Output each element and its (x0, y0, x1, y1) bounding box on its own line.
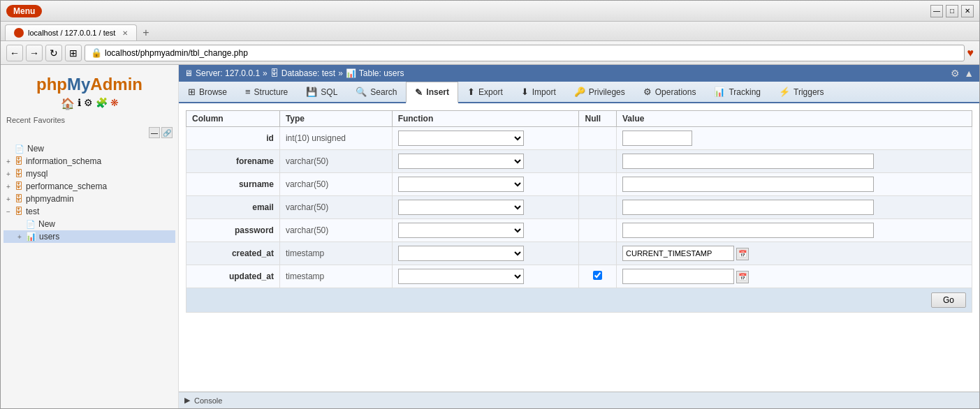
insert-table: Column Type Function Null Value id int(1… (186, 110, 972, 313)
value-input-surname[interactable] (622, 177, 874, 192)
row-value-id (617, 127, 972, 150)
value-input-updated-at[interactable] (622, 269, 734, 284)
panel-body: Column Type Function Null Value id int(1… (179, 103, 979, 392)
header-type: Type (279, 111, 392, 127)
row-null-updated-at[interactable] (579, 265, 617, 288)
value-input-password[interactable] (622, 223, 874, 238)
active-tab[interactable]: localhost / 127.0.0.1 / test ✕ (5, 24, 137, 40)
header-column: Column (187, 111, 280, 127)
row-column-email: email (187, 196, 280, 219)
row-type-email: varchar(50) (279, 196, 392, 219)
minimize-button[interactable]: — (930, 5, 943, 17)
expand-icon: + (6, 170, 15, 178)
tab-triggers[interactable]: ⚡ Triggers (770, 82, 833, 102)
export-tab-icon: ⬆ (467, 87, 475, 97)
sidebar-item-users[interactable]: + 📊 users (3, 230, 175, 243)
logo-icons: 🏠 ℹ ⚙ 🧩 ❋ (3, 97, 175, 110)
tracking-tab-label: Tracking (729, 87, 761, 97)
sidebar-item-new-under-test[interactable]: 📄 New (3, 218, 175, 230)
info-icon[interactable]: ℹ (78, 97, 81, 110)
new-tab-button[interactable]: + (137, 25, 154, 40)
tab-search[interactable]: 🔍 Search (346, 82, 406, 102)
function-select-email[interactable] (398, 200, 524, 215)
db-icon: 🗄 (15, 156, 23, 166)
tab-privileges[interactable]: 🔑 Privileges (565, 82, 634, 102)
table-icon2: 📊 (346, 68, 356, 78)
close-button[interactable]: ✕ (961, 5, 974, 17)
tab-tracking[interactable]: 📊 Tracking (705, 82, 770, 102)
operations-tab-label: Operations (655, 87, 696, 97)
triggers-tab-icon: ⚡ (779, 87, 790, 97)
favorites-label[interactable]: Favorites (34, 116, 65, 124)
settings-icon[interactable]: ⚙ (84, 97, 93, 110)
recent-label[interactable]: Recent (6, 116, 31, 124)
tab-operations[interactable]: ⚙ Operations (634, 82, 705, 102)
tab-structure[interactable]: ≡ Structure (236, 82, 297, 102)
row-null-surname (579, 173, 617, 196)
console-bar[interactable]: ▶ Console (179, 392, 979, 408)
function-select-forename[interactable] (398, 154, 524, 169)
collapse-button[interactable]: — (149, 127, 160, 138)
go-cell: Go (187, 288, 972, 313)
home-icon[interactable]: 🏠 (61, 97, 75, 110)
tab-browse[interactable]: ⊞ Browse (179, 82, 236, 102)
row-type-password: varchar(50) (279, 219, 392, 242)
sidebar-item-test[interactable]: − 🗄 test (3, 205, 175, 218)
table-icon: 📊 (26, 232, 36, 241)
lock-icon: 🔒 (91, 47, 102, 58)
tab-export[interactable]: ⬆ Export (458, 82, 512, 102)
value-input-email[interactable] (622, 200, 874, 215)
sidebar-item-performance-schema[interactable]: + 🗄 performance_schema (3, 180, 175, 193)
phpmyadmin-logo: phpMyAdmin 🏠 ℹ ⚙ 🧩 ❋ (3, 70, 175, 116)
insert-tab-label: Insert (426, 87, 449, 97)
value-input-id[interactable] (622, 131, 692, 146)
row-column-updated-at: updated_at (187, 265, 280, 288)
triggers-tab-label: Triggers (793, 87, 824, 97)
sidebar-item-label: performance_schema (26, 181, 107, 191)
plugin-icon[interactable]: 🧩 (96, 97, 108, 110)
value-input-created-at[interactable] (622, 246, 734, 261)
theme-icon[interactable]: ❋ (110, 97, 119, 110)
sidebar-item-phpmyadmin[interactable]: + 🗄 phpmyadmin (3, 193, 175, 205)
tab-insert[interactable]: ✎ Insert (406, 82, 458, 103)
calendar-button-updated-at[interactable]: 📅 (736, 271, 749, 283)
function-select-updated-at[interactable] (398, 269, 524, 284)
function-select-id[interactable] (398, 131, 524, 146)
panel-breadcrumb: 🖥 Server: 127.0.0.1 » 🗄 Database: test »… (184, 68, 404, 78)
panel-header-icons: ⚙ ▲ (951, 68, 974, 79)
back-button[interactable]: ← (6, 45, 23, 61)
collapse-icon[interactable]: ▲ (964, 68, 974, 79)
sidebar-item-mysql[interactable]: + 🗄 mysql (3, 168, 175, 180)
forward-button[interactable]: → (26, 45, 43, 61)
go-button[interactable]: Go (931, 292, 966, 308)
tab-close-button[interactable]: ✕ (122, 29, 128, 37)
menu-button[interactable]: Menu (6, 5, 42, 17)
header-value: Value (617, 111, 972, 127)
null-checkbox-updated-at[interactable] (593, 271, 602, 280)
maximize-button[interactable]: □ (946, 5, 958, 17)
logo-php: php (36, 75, 67, 94)
tab-sql[interactable]: 💾 SQL (297, 82, 346, 102)
home-button[interactable]: ⊞ (65, 45, 82, 61)
link-button[interactable]: 🔗 (161, 127, 173, 138)
function-select-created-at[interactable] (398, 246, 524, 261)
calendar-button-created-at[interactable]: 📅 (736, 248, 749, 260)
row-type-forename: varchar(50) (279, 150, 392, 173)
sidebar-item-information-schema[interactable]: + 🗄 information_schema (3, 155, 175, 168)
sql-tab-label: SQL (321, 87, 337, 97)
panel-header: 🖥 Server: 127.0.0.1 » 🗄 Database: test »… (179, 65, 979, 82)
bookmark-button[interactable]: ♥ (967, 47, 974, 59)
refresh-button[interactable]: ↻ (45, 45, 62, 61)
insert-tab-icon: ✎ (415, 87, 423, 98)
sidebar-item-label: phpmyadmin (26, 194, 74, 204)
sidebar-item-new-top[interactable]: 📄 New (3, 142, 175, 155)
settings-icon[interactable]: ⚙ (951, 68, 960, 79)
row-column-id: id (187, 127, 280, 150)
address-input[interactable]: localhost/phpmyadmin/tbl_change.php (105, 48, 958, 58)
value-input-forename[interactable] (622, 154, 874, 169)
row-null-forename (579, 150, 617, 173)
expand-icon: + (6, 183, 15, 191)
tab-import[interactable]: ⬇ Import (512, 82, 565, 102)
function-select-password[interactable] (398, 223, 524, 238)
function-select-surname[interactable] (398, 177, 524, 192)
